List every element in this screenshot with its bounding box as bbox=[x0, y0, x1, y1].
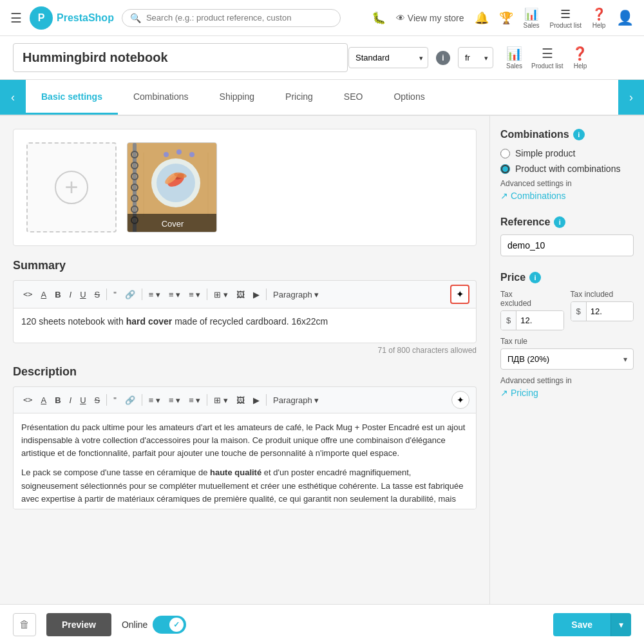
desc-toolbar-ordered-btn[interactable]: ≡ ▾ bbox=[185, 393, 204, 407]
desc-toolbar-align-btn[interactable]: ≡ ▾ bbox=[146, 393, 164, 407]
toolbar-align-btn[interactable]: ≡ ▾ bbox=[146, 288, 164, 301]
bug-icon[interactable]: 🐛 bbox=[372, 11, 386, 25]
toolbar-ordered-list-btn[interactable]: ≡ ▾ bbox=[185, 288, 204, 301]
combinations-advanced-settings: Advanced settings in bbox=[500, 179, 634, 188]
preview-button[interactable]: Preview bbox=[46, 613, 111, 636]
search-input[interactable] bbox=[146, 13, 332, 23]
reference-info-btn[interactable]: i bbox=[554, 216, 565, 228]
desc-toolbar-italic-btn[interactable]: I bbox=[66, 393, 75, 407]
toolbar-list-btn[interactable]: ≡ ▾ bbox=[166, 288, 184, 301]
tab-pricing[interactable]: Pricing bbox=[270, 80, 328, 115]
product-list-icon-group[interactable]: ☰ Product list bbox=[550, 7, 582, 29]
toolbar-separator-3 bbox=[207, 289, 207, 300]
summary-section: Summary <> A B I U S " 🔗 ≡ ▾ ≡ ▾ ≡ ▾ ⊞ ▾… bbox=[13, 259, 477, 355]
tab-basic-settings[interactable]: Basic settings bbox=[26, 80, 118, 115]
toolbar-font-btn[interactable]: A bbox=[37, 288, 50, 301]
sales-icon-group[interactable]: 📊 Sales bbox=[524, 7, 540, 29]
pricing-link[interactable]: ↗ Pricing bbox=[500, 388, 634, 398]
save-dropdown-arrow[interactable]: ▾ bbox=[611, 613, 631, 636]
toolbar-italic-btn[interactable]: I bbox=[66, 288, 75, 301]
tax-excluded-label: Taxexcluded bbox=[500, 290, 564, 308]
search-bar[interactable]: 🔍 bbox=[122, 9, 341, 27]
online-toggle-switch[interactable]: ✓ bbox=[153, 616, 186, 634]
toolbar-link-btn[interactable]: 🔗 bbox=[122, 288, 138, 301]
view-my-store[interactable]: 👁 View my store bbox=[396, 13, 464, 23]
toolbar-separator-1 bbox=[106, 289, 107, 300]
trophy-icon[interactable]: 🏆 bbox=[499, 11, 513, 25]
desc-toolbar-bold-btn[interactable]: B bbox=[52, 393, 64, 407]
eye-icon: 👁 bbox=[396, 13, 405, 23]
description-ai-button[interactable]: ✦ bbox=[451, 391, 469, 409]
list-icon: ☰ bbox=[560, 7, 571, 21]
toolbar-bold-btn[interactable]: B bbox=[52, 288, 64, 301]
delete-button[interactable]: 🗑 bbox=[13, 613, 36, 636]
main-content: + bbox=[0, 116, 644, 604]
tab-options[interactable]: Options bbox=[378, 80, 440, 115]
product-name-input[interactable] bbox=[13, 43, 348, 72]
tax-included-price-input[interactable] bbox=[587, 302, 633, 321]
tab-prev-arrow[interactable]: ‹ bbox=[0, 80, 26, 115]
toolbar-image-btn[interactable]: 🖼 bbox=[233, 288, 248, 301]
desc-toolbar-font-btn[interactable]: A bbox=[37, 393, 50, 407]
tax-rule-label: Tax rule bbox=[500, 337, 634, 346]
desc-toolbar-list-btn[interactable]: ≡ ▾ bbox=[166, 393, 184, 407]
simple-product-radio[interactable]: Simple product bbox=[500, 148, 634, 158]
product-list-header-btn[interactable]: ☰ Product list bbox=[531, 46, 563, 70]
user-avatar[interactable]: 👤 bbox=[616, 10, 634, 26]
reference-input[interactable] bbox=[500, 234, 634, 256]
list-header-icon: ☰ bbox=[542, 46, 553, 61]
desc-toolbar-strikethrough-btn[interactable]: S bbox=[91, 393, 104, 407]
left-panel: + bbox=[0, 116, 489, 604]
combinations-info-btn[interactable]: i bbox=[573, 129, 585, 140]
product-type-select[interactable]: Standard Pack Virtual product bbox=[348, 47, 428, 68]
desc-toolbar-underline-btn[interactable]: U bbox=[77, 393, 89, 407]
toolbar-video-btn[interactable]: ▶ bbox=[250, 288, 263, 301]
help-icon: ❓ bbox=[592, 7, 606, 21]
desc-toolbar-code-btn[interactable]: <> bbox=[20, 393, 35, 406]
toolbar-strikethrough-btn[interactable]: S bbox=[91, 288, 104, 301]
type-select-wrapper[interactable]: Standard Pack Virtual product ▾ bbox=[348, 47, 428, 68]
desc-toolbar-image-btn[interactable]: 🖼 bbox=[233, 393, 248, 407]
sales-header-btn[interactable]: 📊 Sales bbox=[506, 46, 522, 70]
tax-rule-select-wrapper[interactable]: ПДВ (20%) No tax ▾ bbox=[500, 348, 634, 370]
bar-chart-icon: 📊 bbox=[524, 7, 538, 21]
notifications-icon[interactable]: 🔔 bbox=[475, 11, 489, 25]
image-preview-container[interactable]: Cover bbox=[127, 142, 217, 232]
hamburger-menu[interactable]: ☰ bbox=[10, 10, 22, 26]
desc-toolbar-sep-3 bbox=[207, 394, 207, 406]
desc-toolbar-table-btn[interactable]: ⊞ ▾ bbox=[211, 393, 231, 407]
price-info-btn[interactable]: i bbox=[529, 272, 541, 283]
summary-ai-button[interactable]: ✦ bbox=[450, 285, 469, 304]
toolbar-code-btn[interactable]: <> bbox=[20, 288, 35, 301]
save-button[interactable]: Save bbox=[553, 613, 611, 636]
tab-combinations[interactable]: Combinations bbox=[118, 80, 204, 115]
combinations-section: Combinations i Simple product Product wi… bbox=[500, 129, 634, 201]
type-info-button[interactable]: i bbox=[436, 51, 450, 65]
toolbar-table-btn[interactable]: ⊞ ▾ bbox=[211, 288, 231, 301]
reference-section: Reference i bbox=[500, 216, 634, 256]
description-title: Description bbox=[13, 365, 477, 379]
description-editor-content[interactable]: Présentation du pack ultime pour les ama… bbox=[13, 413, 477, 509]
desc-toolbar-video-btn[interactable]: ▶ bbox=[250, 393, 263, 407]
product-with-combinations-radio[interactable]: Product with combinations bbox=[500, 164, 634, 174]
bar-chart-header-icon: 📊 bbox=[506, 46, 522, 61]
combinations-link[interactable]: ↗ Combinations bbox=[500, 191, 634, 201]
desc-toolbar-paragraph-btn[interactable]: Paragraph ▾ bbox=[270, 393, 322, 407]
tab-shipping[interactable]: Shipping bbox=[204, 80, 270, 115]
toolbar-quote-btn[interactable]: " bbox=[110, 288, 120, 301]
help-header-btn[interactable]: ❓ Help bbox=[572, 46, 588, 70]
tab-next-arrow[interactable]: › bbox=[618, 80, 644, 115]
image-upload-box[interactable]: + bbox=[26, 142, 117, 232]
desc-toolbar-link-btn[interactable]: 🔗 bbox=[122, 393, 138, 407]
tab-seo[interactable]: SEO bbox=[328, 80, 379, 115]
help-icon-group[interactable]: ❓ Help bbox=[592, 7, 606, 29]
toolbar-paragraph-btn[interactable]: Paragraph ▾ bbox=[270, 288, 322, 301]
summary-title: Summary bbox=[13, 259, 477, 272]
tax-excluded-price-input[interactable] bbox=[516, 311, 563, 330]
tax-rule-select[interactable]: ПДВ (20%) No tax bbox=[500, 348, 634, 370]
language-select[interactable]: fr en bbox=[458, 47, 493, 68]
lang-select-wrapper[interactable]: fr en ▾ bbox=[458, 47, 493, 68]
toolbar-underline-btn[interactable]: U bbox=[77, 288, 89, 301]
summary-editor-content[interactable]: 120 sheets notebook with hard cover made… bbox=[13, 308, 477, 343]
desc-toolbar-quote-btn[interactable]: " bbox=[110, 393, 120, 407]
